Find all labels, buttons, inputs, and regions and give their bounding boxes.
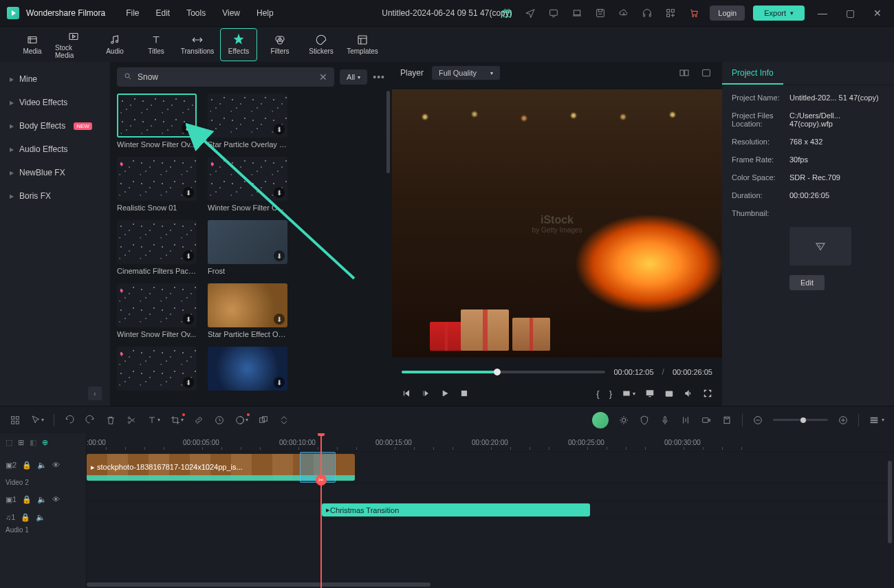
menu-help[interactable]: Help [257,8,274,18]
effect-thumbnail[interactable]: ⬇ [208,347,287,391]
effect-thumbnail[interactable]: ♦⬇ [117,347,197,391]
enhance-icon[interactable] [618,415,629,426]
video-track-icon[interactable]: ▣1 [6,495,17,504]
effect-card[interactable]: ⬇Winter Snow Filter Ov... [117,94,197,149]
menu-view[interactable]: View [222,8,240,18]
ai-avatar-icon[interactable] [592,412,609,428]
cut-marker-icon[interactable]: ✂ [316,475,327,486]
effect-thumbnail[interactable]: ♦⬇ [117,157,197,201]
effect-card[interactable]: ⬇Cinematic Filters Pack ... [117,220,197,275]
text-tool-icon[interactable]: ▾ [146,415,160,426]
zoom-slider[interactable] [773,419,828,421]
redo-icon[interactable] [85,415,96,426]
preview-viewport[interactable]: iStockby Getty Images [392,89,722,358]
undo-icon[interactable] [64,415,75,426]
window-maximize-icon[interactable]: ▢ [840,3,860,23]
track-link-icon[interactable]: ⬚ [6,438,12,447]
split-icon[interactable] [126,415,137,426]
download-icon[interactable]: ⬇ [274,250,285,261]
compare-view-icon[interactable] [677,65,692,80]
quality-select[interactable]: Full Quality [432,66,500,80]
export-button[interactable]: Export [753,6,805,21]
effect-thumbnail[interactable]: ⬇ [117,220,197,264]
fullscreen-button[interactable] [703,389,712,398]
color-tool-icon[interactable]: ▾ [235,415,248,426]
window-minimize-icon[interactable]: — [813,3,832,23]
download-icon[interactable]: ⬇ [183,377,194,388]
search-box[interactable]: ✕ [117,67,334,87]
effect-card[interactable]: ⬇Frost [208,220,287,275]
sidebar-item-audio-effects[interactable]: ▶Audio Effects [0,138,110,161]
save-icon[interactable] [593,6,608,21]
grid-tool-icon[interactable] [10,415,21,426]
title-clip[interactable]: ▸ Christmas Transition [322,503,590,516]
group-icon[interactable] [258,415,269,426]
tab-titles[interactable]: Titles [138,28,175,61]
sidebar-item-boris[interactable]: ▶Boris FX [0,184,110,208]
timeline-v-scrollbar[interactable] [888,461,892,543]
lock-icon[interactable]: 🔒 [22,495,32,504]
device-icon[interactable] [546,6,561,21]
effect-thumbnail[interactable]: ⬇ [117,94,197,138]
mark-out-button[interactable]: } [609,389,612,399]
download-icon[interactable]: ⬇ [182,122,193,133]
download-icon[interactable]: ⬇ [183,187,194,198]
effect-card[interactable]: ♦⬇Realistic Snow 01 [117,157,197,212]
effect-thumbnail[interactable]: ♦⬇ [117,283,197,327]
download-icon[interactable]: ⬇ [274,314,285,325]
eye-icon[interactable]: 👁 [52,461,60,469]
video-track-icon[interactable]: ▣2 [6,461,17,470]
clear-search-icon[interactable]: ✕ [319,72,327,83]
lock-icon[interactable]: 🔒 [21,513,30,522]
playhead[interactable] [320,433,322,588]
audio-mix-icon[interactable] [680,415,691,426]
download-icon[interactable]: ⬇ [274,124,285,135]
effect-thumbnail[interactable]: ⬇ [208,94,287,138]
timeline-h-scrollbar[interactable] [87,582,430,587]
zoom-in-icon[interactable] [838,415,849,426]
cloud-icon[interactable] [616,6,631,21]
speed-icon[interactable] [214,415,225,426]
more-options-icon[interactable]: ••• [373,72,385,83]
sidebar-collapse-button[interactable]: ‹ [88,386,102,400]
eye-icon[interactable]: 👁 [52,495,60,503]
mute-icon[interactable]: 🔈 [36,513,45,522]
mute-icon[interactable]: 🔈 [37,495,47,504]
headphones-icon[interactable] [640,6,655,21]
track-auto-icon[interactable]: ⊕ [42,438,48,447]
edit-button[interactable]: Edit [789,275,825,290]
tab-transitions[interactable]: Transitions [179,28,216,61]
sidebar-item-newblue[interactable]: ▶NewBlue FX [0,161,110,184]
track-magnet-icon[interactable]: ◧ [30,438,36,447]
tab-templates[interactable]: Templates [344,28,381,61]
timeline-ruler[interactable]: :00:0000:00:05:0000:00:10:0000:00:15:000… [87,433,894,451]
select-tool-icon[interactable]: ▾ [30,415,44,426]
tracks-area[interactable]: :00:0000:00:05:0000:00:10:0000:00:15:000… [87,433,894,588]
effect-thumbnail[interactable]: ♦⬇ [208,157,287,201]
effect-thumbnail[interactable]: ⬇ [208,220,287,264]
shield-icon[interactable] [639,415,650,426]
track-snap-icon[interactable]: ⊞ [18,438,24,447]
effect-card[interactable]: ♦⬇Winter Snow Filter Ov... [117,283,197,338]
laptop-icon[interactable] [569,6,585,21]
image-icon[interactable] [699,65,714,80]
volume-button[interactable] [684,389,693,398]
track-view-icon[interactable]: ▾ [869,415,884,426]
play-backward-button[interactable] [421,389,430,398]
search-input[interactable] [138,72,314,82]
mark-in-button[interactable]: { [596,389,599,399]
zoom-out-icon[interactable] [752,415,763,426]
playbar[interactable] [402,371,605,373]
sidebar-item-mine[interactable]: ▶Mine [0,67,110,91]
tab-stickers[interactable]: Stickers [303,28,340,61]
apps-icon[interactable] [663,6,678,21]
zoom-handle[interactable] [800,417,806,423]
project-info-tab[interactable]: Project Info [722,62,783,85]
effect-card[interactable]: ⬇Star Particle Overlay 03 [208,94,287,149]
tab-filters[interactable]: Filters [261,28,298,61]
download-icon[interactable]: ⬇ [274,377,285,388]
menu-file[interactable]: File [126,8,139,18]
audio-track-icon[interactable]: ♫1 [6,513,15,521]
prev-frame-button[interactable] [402,389,411,398]
thumbnail-box[interactable] [789,227,851,265]
